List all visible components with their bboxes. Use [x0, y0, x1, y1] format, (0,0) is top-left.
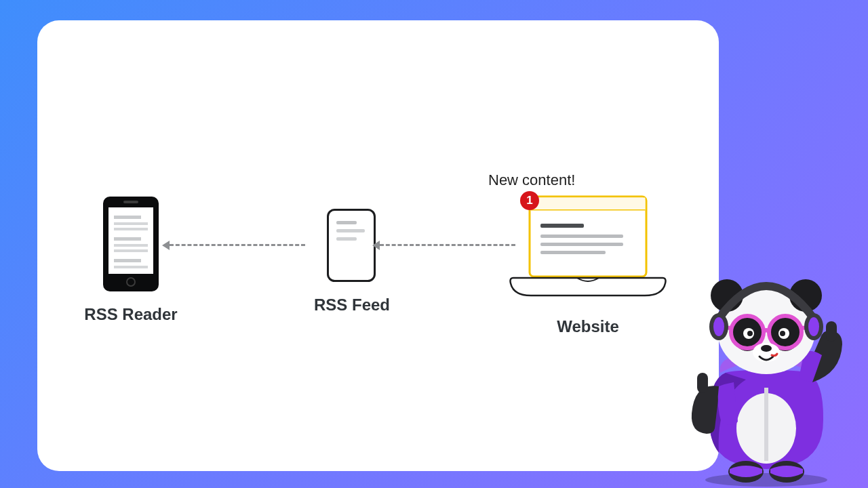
svg-point-45: [713, 317, 724, 336]
svg-rect-20: [540, 235, 623, 238]
svg-rect-15: [336, 237, 357, 241]
svg-point-40: [780, 331, 785, 336]
arrow-website-to-feed: [380, 244, 515, 246]
node-rss-reader: RSS Reader: [83, 197, 178, 324]
diagram-stage: New content! RSS Reader: [37, 20, 719, 471]
node-rss-feed: RSS Feed: [314, 209, 389, 314]
svg-rect-27: [826, 321, 837, 342]
svg-point-42: [761, 345, 772, 352]
svg-point-39: [747, 331, 753, 336]
svg-rect-9: [114, 266, 148, 268]
svg-rect-7: [114, 249, 148, 252]
svg-rect-18: [531, 209, 646, 211]
rss-reader-label: RSS Reader: [83, 305, 178, 324]
svg-rect-5: [114, 237, 141, 241]
svg-rect-19: [540, 224, 584, 228]
svg-rect-2: [114, 216, 141, 219]
svg-rect-11: [123, 201, 138, 203]
rss-feed-label: RSS Feed: [314, 296, 389, 314]
phone-icon: [103, 197, 159, 291]
svg-rect-13: [336, 221, 357, 224]
website-label: Website: [507, 317, 669, 336]
arrow-feed-to-reader: [170, 244, 305, 246]
svg-rect-25: [764, 388, 768, 461]
svg-rect-6: [114, 244, 148, 247]
svg-rect-12: [328, 210, 375, 281]
svg-rect-17: [531, 198, 646, 210]
notification-badge: 1: [520, 191, 539, 210]
panda-mascot-icon: [678, 271, 854, 488]
svg-rect-4: [114, 228, 148, 230]
svg-point-23: [705, 473, 827, 487]
document-icon: [327, 209, 376, 282]
node-website: 1 Website: [507, 195, 669, 336]
svg-rect-8: [114, 259, 141, 262]
diagram-card: New content! RSS Reader: [37, 20, 719, 471]
svg-rect-3: [114, 222, 148, 225]
svg-rect-14: [336, 229, 365, 232]
svg-rect-21: [540, 243, 623, 246]
svg-rect-26: [697, 373, 708, 393]
svg-rect-22: [540, 251, 606, 254]
new-content-annotation: New content!: [488, 171, 575, 189]
svg-point-46: [808, 317, 819, 336]
laptop-icon: [509, 195, 667, 297]
